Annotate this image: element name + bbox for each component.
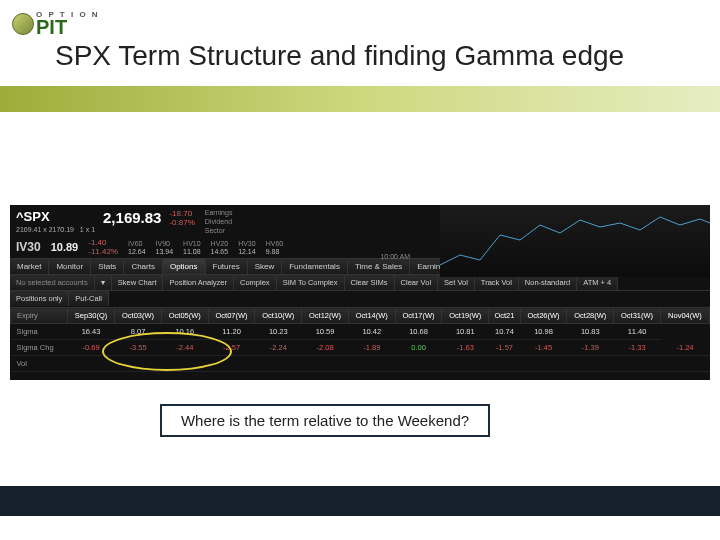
price-change-abs: -18.70 [169,209,194,218]
table-cell: 10.59 [302,324,349,340]
slide-title: SPX Term Structure and finding Gamma edg… [55,40,624,72]
quote-facts: Earnings Dividend Sector [205,209,243,234]
tab-market[interactable]: Market [10,259,49,274]
row-label: Sigma Chg [11,340,68,356]
subtab-clear-sims[interactable]: Clear SIMs [345,275,395,290]
table-cell: -1.45 [520,340,567,356]
table-cell: 10.23 [255,324,302,340]
table-cell [660,356,709,372]
subtab-track-vol[interactable]: Track Vol [475,275,519,290]
table-cell [567,356,614,372]
subtab-position-analyzer[interactable]: Position Analyzer [163,275,234,290]
logo-globe-icon [12,13,34,35]
price-change-pct: -0.87% [169,218,194,227]
subtab-clear-vol[interactable]: Clear Vol [395,275,438,290]
table-cell: -2.24 [255,340,302,356]
tab-charts[interactable]: Charts [124,259,163,274]
col-oct12-w-: Oct12(W) [302,308,349,324]
quote-timestamp: 10:00 AM [380,253,410,260]
table-cell: 11.40 [614,324,661,340]
col-sep30-q-: Sep30(Q) [67,308,114,324]
col-oct03-w-: Oct03(W) [115,308,162,324]
table-cell: -1.57 [489,340,521,356]
col-oct28-w-: Oct28(W) [567,308,614,324]
last-price: 2,169.83 [103,209,161,226]
table-cell: 10.68 [395,324,442,340]
ticker-symbol: ^SPX [16,209,95,224]
table-cell [395,356,442,372]
col-oct07-w-: Oct07(W) [208,308,255,324]
table-cell [161,356,208,372]
subtab-atm-4[interactable]: ATM + 4 [577,275,618,290]
col-oct14-w-: Oct14(W) [348,308,395,324]
table-cell [115,356,162,372]
table-cell: 0.00 [395,340,442,356]
table-cell: -1.33 [614,340,661,356]
table-cell [489,356,521,372]
table-cell: -1.39 [567,340,614,356]
term-structure-table: ExpirySep30(Q)Oct03(W)Oct05(W)Oct07(W)Oc… [10,307,710,372]
tab-skew[interactable]: Skew [248,259,283,274]
bid-ask: 2169.41 x 2170.19 [16,226,74,233]
table-cell: 10.42 [348,324,395,340]
iv30-label: IV30 [16,240,41,254]
table-cell: -1.24 [660,340,709,356]
row-label: Sigma [11,324,68,340]
table-cell: 8.07 [115,324,162,340]
table-cell [208,356,255,372]
iv30-chg-abs: -1.40 [88,238,118,247]
table-cell: -2.44 [161,340,208,356]
table-cell: 10.16 [161,324,208,340]
col-oct05-w-: Oct05(W) [161,308,208,324]
table-cell [67,356,114,372]
table-cell: 10.98 [520,324,567,340]
subtab-complex[interactable]: Complex [234,275,277,290]
account-dropdown-icon[interactable]: ▾ [95,275,112,290]
table-cell [520,356,567,372]
table-cell: -3.55 [115,340,162,356]
trading-panel: ^SPX 2169.41 x 2170.19 1 x 1 2,169.83 -1… [10,205,710,380]
col-oct31-w-: Oct31(W) [614,308,661,324]
table-cell: 10.74 [489,324,521,340]
col-expiry: Expiry [11,308,68,324]
table-cell [614,356,661,372]
tab-options[interactable]: Options [163,259,206,274]
multiplier: 1 x 1 [80,226,95,233]
table-cell: 16.43 [67,324,114,340]
tab-futures[interactable]: Futures [206,259,248,274]
no-selected-accounts[interactable]: No selected accounts [10,275,95,290]
table-cell: 11.20 [208,324,255,340]
col-oct21: Oct21 [489,308,521,324]
tab-time-sales[interactable]: Time & Sales [348,259,410,274]
col-oct19-w-: Oct19(W) [442,308,489,324]
iv30-chg-pct: -11.42% [88,247,118,256]
tab-fundamentals[interactable]: Fundamentals [282,259,348,274]
subtab-non-standard[interactable]: Non-standard [519,275,577,290]
iv30-value: 10.89 [51,241,79,253]
table-cell [255,356,302,372]
tab-stats[interactable]: Stats [91,259,124,274]
subtab-sim-to-complex[interactable]: SIM To Complex [277,275,345,290]
subtab-skew-chart[interactable]: Skew Chart [112,275,164,290]
row-label: Vol [11,356,68,372]
mini-chart [440,205,710,277]
tab-monitor[interactable]: Monitor [49,259,91,274]
iv-columns: IV6012.64IV9013.94HV1011.08HV2014.65HV30… [128,240,283,255]
logo-pit-text: PIT [36,19,100,36]
col-oct26-w-: Oct26(W) [520,308,567,324]
bottom-bar [0,486,720,516]
table-cell [348,356,395,372]
caption-box: Where is the term relative to the Weeken… [160,404,490,437]
tertiary-tabs[interactable]: Positions onlyPut-Call [10,290,710,306]
accent-band [0,86,720,112]
opt-positions-only[interactable]: Positions only [10,291,69,306]
opt-put-call[interactable]: Put-Call [69,291,109,306]
table-cell [442,356,489,372]
logo: O P T I O N PIT [12,12,100,36]
table-cell: 10.83 [567,324,614,340]
table-cell: -2.08 [302,340,349,356]
table-cell: 10.81 [442,324,489,340]
col-nov04-w-: Nov04(W) [660,308,709,324]
subtab-set-vol[interactable]: Set Vol [438,275,475,290]
col-oct17-w-: Oct17(W) [395,308,442,324]
